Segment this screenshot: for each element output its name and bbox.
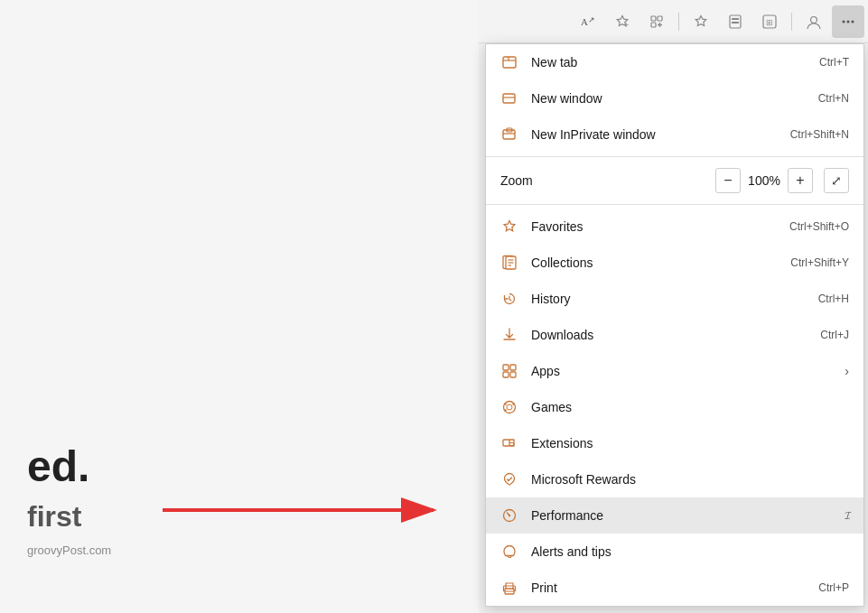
menu-item-performance[interactable]: Performance 𝓘 — [486, 497, 863, 534]
inprivate-label: New InPrivate window — [531, 127, 790, 142]
zoom-expand-button[interactable]: ⤢ — [824, 168, 849, 193]
browser-essentials-icon[interactable]: ⊞ — [753, 5, 786, 38]
svg-point-14 — [852, 20, 854, 23]
svg-text:+: + — [624, 21, 629, 30]
svg-rect-5 — [651, 23, 656, 27]
games-label: Games — [531, 400, 849, 414]
svg-rect-35 — [503, 440, 509, 446]
svg-rect-26 — [503, 365, 509, 370]
extensions-toolbar-icon[interactable] — [640, 5, 673, 38]
read-aloud-icon[interactable]: A ↗ — [572, 5, 604, 38]
svg-text:⊞: ⊞ — [766, 18, 773, 27]
svg-point-34 — [504, 409, 506, 411]
svg-point-39 — [512, 588, 514, 590]
svg-rect-4 — [658, 16, 662, 21]
svg-point-33 — [512, 403, 514, 404]
menu-item-new-tab[interactable]: New tab Ctrl+T — [486, 44, 863, 80]
games-icon — [500, 398, 518, 416]
svg-rect-29 — [510, 372, 516, 377]
performance-label: Performance — [531, 508, 849, 523]
zoom-controls: − 100% + ⤢ — [715, 168, 849, 193]
zoom-in-button[interactable]: + — [788, 168, 813, 193]
svg-rect-27 — [510, 365, 516, 370]
svg-point-13 — [847, 20, 850, 23]
menu-item-favorites[interactable]: Favorites Ctrl+Shift+O — [486, 209, 863, 245]
new-tab-label: New tab — [531, 55, 819, 70]
downloads-label: Downloads — [531, 328, 820, 342]
cursor-indicator: 𝓘 — [845, 509, 851, 522]
svg-rect-3 — [651, 16, 656, 21]
alerts-label: Alerts and tips — [531, 544, 849, 559]
svg-point-11 — [811, 16, 817, 23]
settings-more-button[interactable] — [832, 5, 864, 38]
favorites-shortcut: Ctrl+Shift+O — [789, 220, 849, 233]
new-window-shortcut: Ctrl+N — [818, 92, 849, 105]
divider-2 — [486, 204, 863, 205]
svg-rect-7 — [732, 18, 739, 20]
zoom-out-button[interactable]: − — [715, 168, 741, 193]
page-text-med: first — [27, 497, 111, 537]
add-favorites-icon[interactable]: + — [606, 5, 639, 38]
svg-point-31 — [507, 404, 512, 410]
performance-icon — [500, 506, 518, 525]
toolbar-divider-2 — [791, 13, 792, 31]
apps-icon — [500, 362, 518, 380]
svg-point-12 — [843, 20, 845, 23]
page-background: ed. first groovyPost.com — [0, 0, 479, 613]
menu-item-collections[interactable]: Collections Ctrl+Shift+Y — [486, 245, 863, 281]
menu-item-apps[interactable]: Apps › — [486, 353, 863, 389]
toolbar-icons: A ↗ + — [572, 5, 864, 38]
menu-item-new-window[interactable]: New window Ctrl+N — [486, 80, 863, 116]
print-icon — [500, 579, 518, 597]
extensions-label: Extensions — [531, 436, 849, 450]
new-tab-shortcut: Ctrl+T — [819, 56, 849, 69]
zoom-value: 100% — [748, 173, 780, 188]
downloads-shortcut: Ctrl+J — [820, 329, 849, 341]
alerts-icon — [500, 543, 518, 561]
inprivate-icon — [500, 125, 518, 144]
page-text-big: ed. — [27, 436, 111, 497]
apps-label: Apps — [531, 364, 837, 378]
rewards-icon — [500, 470, 518, 488]
divider-1 — [486, 156, 863, 157]
menu-item-print[interactable]: Print Ctrl+P — [486, 570, 863, 606]
rewards-label: Microsoft Rewards — [531, 472, 849, 487]
favorites-icon — [500, 218, 518, 236]
menu-item-games[interactable]: Games — [486, 389, 863, 425]
new-tab-icon — [500, 53, 518, 71]
favorites-label: Favorites — [531, 219, 789, 234]
svg-rect-28 — [503, 372, 509, 377]
svg-text:↗: ↗ — [588, 15, 595, 24]
menu-item-rewards[interactable]: Microsoft Rewards — [486, 461, 863, 497]
svg-point-36 — [509, 515, 510, 516]
page-text-small: groovyPost.com — [27, 543, 111, 559]
svg-rect-8 — [732, 22, 739, 23]
favorites-toolbar-icon[interactable] — [685, 5, 717, 38]
downloads-icon — [500, 326, 518, 344]
collections-shortcut: Ctrl+Shift+Y — [790, 256, 849, 269]
print-label: Print — [531, 580, 818, 595]
collections-label: Collections — [531, 255, 790, 270]
extensions-menu-icon — [500, 434, 518, 452]
history-icon — [500, 290, 518, 308]
svg-rect-18 — [503, 94, 515, 103]
collections-icon — [500, 254, 518, 272]
print-shortcut: Ctrl+P — [818, 581, 849, 594]
zoom-label: Zoom — [500, 173, 715, 188]
profile-icon[interactable] — [798, 5, 830, 38]
page-text: ed. first groovyPost.com — [27, 436, 111, 559]
menu-item-inprivate[interactable]: New InPrivate window Ctrl+Shift+N — [486, 116, 863, 153]
menu-item-downloads[interactable]: Downloads Ctrl+J — [486, 317, 863, 353]
svg-rect-17 — [503, 57, 516, 68]
menu-item-extensions[interactable]: Extensions — [486, 425, 863, 461]
svg-point-32 — [504, 403, 506, 404]
svg-text:A: A — [581, 16, 588, 27]
menu-item-alerts[interactable]: Alerts and tips — [486, 534, 863, 570]
history-shortcut: Ctrl+H — [818, 293, 849, 305]
dropdown-menu: New tab Ctrl+T New window Ctrl+N New InP… — [485, 43, 864, 607]
apps-arrow: › — [845, 364, 849, 378]
zoom-row: Zoom − 100% + ⤢ — [486, 161, 863, 200]
menu-item-history[interactable]: History Ctrl+H — [486, 281, 863, 317]
inprivate-shortcut: Ctrl+Shift+N — [790, 128, 849, 141]
collections-toolbar-icon[interactable] — [719, 5, 751, 38]
